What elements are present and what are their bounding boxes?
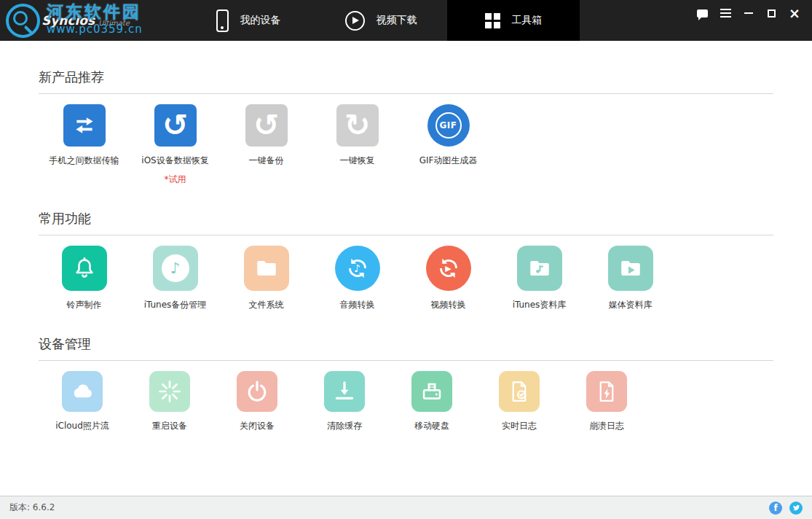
- tool-realtime-log[interactable]: 实时日志: [476, 371, 563, 432]
- video-convert-icon: ▶: [426, 246, 471, 291]
- crash-log-icon: [586, 371, 627, 412]
- section-title: 常用功能: [39, 210, 773, 227]
- folder-music-icon: [517, 246, 562, 291]
- tool-row: 手机之间数据传输 ↺ iOS设备数据恢复 *试用 ↺ 一键备份 ↻ 一键恢复: [39, 104, 773, 186]
- maximize-button[interactable]: [766, 7, 776, 19]
- app-logo: Syncios Ultimate: [0, 0, 182, 41]
- twitter-icon[interactable]: [789, 502, 803, 515]
- tab-my-devices[interactable]: 我的设备: [182, 0, 315, 41]
- tab-label: 视频下载: [377, 14, 417, 27]
- app-name: Syncios: [42, 13, 95, 28]
- gif-icon: GIF: [427, 104, 470, 147]
- power-icon: [237, 371, 277, 412]
- tool-row: iCloud照片流 重启设备 关闭设备 清除缓存: [39, 371, 773, 432]
- divider: [39, 360, 773, 361]
- play-icon: [345, 11, 365, 31]
- facebook-icon[interactable]: f: [769, 502, 782, 515]
- tool-label: 崩溃日志: [589, 420, 624, 432]
- tool-label: 重启设备: [152, 420, 187, 432]
- trial-badge: *试用: [165, 173, 186, 186]
- clear-cache-icon: [324, 371, 365, 412]
- divider: [39, 93, 773, 94]
- social-links: f: [769, 502, 803, 515]
- tool-label: iTunes资料库: [513, 299, 567, 311]
- app-edition: Ultimate: [98, 19, 130, 27]
- tab-label: 工具箱: [512, 14, 543, 27]
- section-common-functions: 常用功能 铃声制作 ♪ iTunes备份管理 文件系统: [39, 210, 773, 311]
- tool-label: 音频转换: [340, 299, 375, 311]
- tool-label: 手机之间数据传输: [50, 155, 119, 167]
- minimize-button[interactable]: [744, 7, 754, 19]
- version-label: 版本: 6.6.2: [9, 502, 55, 514]
- tool-ringtone-maker[interactable]: 铃声制作: [39, 246, 130, 311]
- tool-row: 铃声制作 ♪ iTunes备份管理 文件系统 ♪ 音频转换: [39, 246, 773, 311]
- usb-drive-icon: [411, 371, 452, 412]
- section-device-management: 设备管理 iCloud照片流 重启设备 关闭设备: [39, 335, 773, 432]
- menu-icon[interactable]: [720, 7, 731, 19]
- tool-phone-to-phone-transfer[interactable]: 手机之间数据传输: [39, 104, 130, 167]
- log-check-icon: [499, 371, 540, 412]
- tool-label: 媒体资料库: [609, 299, 653, 311]
- tool-icloud-photo-stream[interactable]: iCloud照片流: [39, 371, 126, 432]
- tool-audio-converter[interactable]: ♪ 音频转换: [312, 246, 403, 311]
- tool-media-library[interactable]: 媒体资料库: [585, 246, 676, 311]
- tool-label: 视频转换: [431, 299, 466, 311]
- tool-itunes-library[interactable]: iTunes资料库: [494, 246, 585, 311]
- status-bar: 版本: 6.6.2 f: [0, 496, 812, 519]
- music-circle-icon: ♪: [153, 246, 198, 291]
- audio-convert-icon: ♪: [335, 246, 380, 291]
- bell-icon: [62, 246, 107, 291]
- tool-label: 文件系统: [249, 299, 284, 311]
- toolbox-content: 新产品推荐 手机之间数据传输 ↺ iOS设备数据恢复 *试用 ↺ 一键: [0, 69, 812, 432]
- tool-label: 移动硬盘: [414, 420, 449, 432]
- tool-crash-log[interactable]: 崩溃日志: [563, 371, 650, 432]
- folder-icon: [244, 246, 289, 291]
- tool-label: GIF动图生成器: [419, 155, 478, 167]
- tool-one-click-restore[interactable]: ↻ 一键恢复: [312, 104, 403, 167]
- transfer-icon: [63, 104, 106, 147]
- section-title: 新产品推荐: [39, 69, 773, 86]
- tool-label: iTunes备份管理: [144, 299, 207, 311]
- main-nav: 我的设备 视频下载 工具箱: [182, 0, 580, 41]
- restore-ccw-icon: ↺: [154, 104, 197, 147]
- backup-icon: ↺: [245, 104, 288, 147]
- restore-cw-icon: ↻: [336, 104, 379, 147]
- divider: [39, 235, 773, 235]
- tool-gif-maker[interactable]: GIF GIF动图生成器: [403, 104, 494, 167]
- close-button[interactable]: ×: [789, 7, 800, 19]
- tool-label: iOS设备数据恢复: [141, 155, 208, 167]
- tool-label: 实时日志: [502, 420, 537, 432]
- tab-toolbox[interactable]: 工具箱: [447, 0, 580, 41]
- folder-play-icon: [608, 246, 653, 291]
- tool-label: 一键备份: [249, 155, 284, 167]
- tool-label: 一键恢复: [340, 155, 375, 167]
- tool-shutdown-device[interactable]: 关闭设备: [213, 371, 301, 432]
- tool-restart-device[interactable]: 重启设备: [126, 371, 213, 432]
- tool-label: iCloud照片流: [55, 420, 109, 432]
- tool-itunes-backup-manager[interactable]: ♪ iTunes备份管理: [130, 246, 221, 311]
- message-icon[interactable]: [697, 7, 708, 19]
- section-new-products: 新产品推荐 手机之间数据传输 ↺ iOS设备数据恢复 *试用 ↺ 一键: [39, 69, 773, 186]
- titlebar: Syncios Ultimate 我的设备 视频下载 工具箱 ×: [0, 0, 812, 41]
- tool-label: 关闭设备: [240, 420, 275, 432]
- tab-label: 我的设备: [240, 14, 281, 27]
- restart-burst-icon: [149, 371, 190, 412]
- window-controls: ×: [697, 0, 812, 41]
- tool-label: 铃声制作: [67, 299, 102, 311]
- tool-label: 清除缓存: [327, 420, 362, 432]
- cloud-icon: [62, 371, 103, 412]
- tool-removable-disk[interactable]: 移动硬盘: [388, 371, 476, 432]
- section-title: 设备管理: [39, 335, 773, 353]
- tool-video-converter[interactable]: ▶ 视频转换: [403, 246, 494, 311]
- grid-icon: [485, 13, 500, 28]
- phone-icon: [216, 9, 229, 32]
- tool-one-click-backup[interactable]: ↺ 一键备份: [221, 104, 312, 167]
- tab-video-download[interactable]: 视频下载: [315, 0, 447, 41]
- tool-ios-data-recovery[interactable]: ↺ iOS设备数据恢复 *试用: [130, 104, 221, 186]
- tool-clear-cache[interactable]: 清除缓存: [301, 371, 388, 432]
- tool-file-system[interactable]: 文件系统: [221, 246, 312, 311]
